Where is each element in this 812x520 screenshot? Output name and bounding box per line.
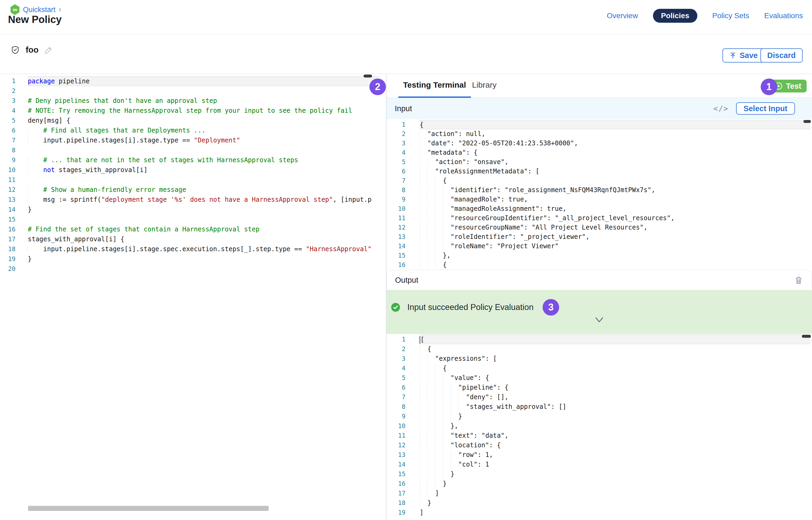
annotation-badge-2: 2 <box>370 79 386 95</box>
line-number: 8 <box>386 185 405 195</box>
nav-tab-policies[interactable]: Policies <box>653 9 697 23</box>
code-line: 11 "text": "data", <box>386 431 812 440</box>
policy-toolbar: foo Save Discard <box>0 34 812 74</box>
line-number: 4 <box>386 148 405 157</box>
line-number: 7 <box>386 392 405 402</box>
code-line: 1package pipeline <box>0 76 386 86</box>
line-number: 16 <box>0 225 16 234</box>
code-line: 19} <box>0 254 386 264</box>
code-line: 10 "managedRoleAssignment": true, <box>386 204 812 213</box>
line-number: 12 <box>386 440 405 450</box>
policy-code-editor[interactable]: 1package pipeline23# Deny pipelines that… <box>0 74 386 520</box>
code-view-icon[interactable]: </> <box>713 104 729 113</box>
line-number: 1 <box>0 76 16 86</box>
line-number: 9 <box>386 195 405 204</box>
line-number: 2 <box>386 129 405 139</box>
editor-scrollbar-thumb[interactable] <box>363 75 372 77</box>
evaluation-status-message: Input succeeded Policy Evaluation <box>407 303 533 312</box>
check-circle-icon <box>391 303 400 312</box>
line-number: 15 <box>386 251 405 260</box>
line-number: 4 <box>386 363 405 373</box>
app-root: ∞ Quickstart › New Policy Overview Polic… <box>0 0 812 520</box>
code-line: 9 } <box>386 412 812 421</box>
line-number: 9 <box>0 155 16 165</box>
code-line: 3# Deny pipelines that don't have an app… <box>0 96 386 106</box>
code-line: 9 "managedRole": true, <box>386 195 812 204</box>
line-number: 13 <box>386 232 405 241</box>
code-line: 11 "resourceGroupIdentifier": "_all_proj… <box>386 213 812 223</box>
line-number: 17 <box>386 489 405 498</box>
code-line: 6 "roleAssignmentMetadata": [ <box>386 167 812 176</box>
line-number: 11 <box>386 431 405 440</box>
code-line: 14 "col": 1 <box>386 460 812 469</box>
page-header: ∞ Quickstart › New Policy Overview Polic… <box>0 0 812 34</box>
evaluation-success-banner[interactable]: Input succeeded Policy Evaluation 3 <box>386 290 812 334</box>
input-json-editor[interactable]: 1{2 "action": null,3 "date": "2022-05-05… <box>386 119 812 270</box>
select-input-button[interactable]: Select Input <box>736 102 795 114</box>
line-number: 15 <box>0 214 16 225</box>
code-line: 7 "deny": [], <box>386 392 812 402</box>
save-button[interactable]: Save <box>722 48 765 62</box>
line-number: 7 <box>386 176 405 185</box>
code-line: 13 "row": 1, <box>386 450 812 460</box>
code-line: 2 "action": null, <box>386 129 812 139</box>
line-number: 6 <box>386 167 405 176</box>
code-line: 15 } <box>386 469 812 479</box>
nav-tab-evaluations[interactable]: Evaluations <box>764 11 803 20</box>
output-scrollbar-thumb[interactable] <box>802 335 811 338</box>
line-number: 19 <box>0 254 16 264</box>
horizontal-scrollbar[interactable] <box>28 506 269 511</box>
line-number: 10 <box>0 165 16 175</box>
chevron-right-icon: › <box>59 5 61 13</box>
annotation-badge-3: 3 <box>542 299 559 316</box>
line-number: 16 <box>386 260 405 269</box>
line-number: 19 <box>386 508 405 517</box>
code-line: 13 msg := sprintf("deployment stage '%s'… <box>0 195 386 205</box>
code-line: 6 "pipeline": { <box>386 383 812 392</box>
chevron-down-icon[interactable] <box>594 317 605 323</box>
line-number: 13 <box>386 450 405 460</box>
terminal-tabs: Testing Terminal Library Test <box>386 74 812 98</box>
module-nav: Overview Policies Policy Sets Evaluation… <box>607 7 803 24</box>
line-number: 12 <box>0 185 16 195</box>
breadcrumb-link-quickstart[interactable]: Quickstart <box>23 6 56 14</box>
line-number: 5 <box>386 373 405 383</box>
output-json-editor[interactable]: 1[2 {3 "expressions": [4 {5 "value": {6 … <box>386 334 812 520</box>
code-line: 14 "roleName": "Project Viewer" <box>386 241 812 251</box>
line-number: 14 <box>386 241 405 251</box>
code-line: 18 } <box>386 498 812 508</box>
line-number: 10 <box>386 421 405 431</box>
tab-library[interactable]: Library <box>472 80 497 89</box>
output-section-header: Output <box>386 270 812 290</box>
line-number: 3 <box>386 139 405 148</box>
line-number: 10 <box>386 204 405 213</box>
code-line: 20 <box>0 264 386 274</box>
tab-testing-terminal[interactable]: Testing Terminal <box>398 80 471 98</box>
code-line: 15 <box>0 214 386 225</box>
edit-pencil-icon[interactable] <box>44 46 53 54</box>
upload-arrow-icon <box>729 52 736 59</box>
nav-tab-overview[interactable]: Overview <box>607 11 638 20</box>
code-line: 5deny[msg] { <box>0 116 386 126</box>
code-line: 1[ <box>386 335 812 344</box>
code-line: 3 "date": "2022-05-05T20:41:23.538+0000"… <box>386 139 812 148</box>
line-number: 7 <box>0 135 16 146</box>
trash-icon[interactable] <box>794 276 803 285</box>
code-line: 19] <box>386 508 812 517</box>
nav-tab-policy-sets[interactable]: Policy Sets <box>712 11 750 20</box>
code-line: 12 "resourceGroupName": "All Project Lev… <box>386 223 812 232</box>
code-line: 4 "metadata": { <box>386 148 812 157</box>
input-scrollbar-thumb[interactable] <box>804 120 811 123</box>
line-number: 17 <box>0 234 16 244</box>
discard-button[interactable]: Discard <box>760 48 803 62</box>
code-line: 5 "value": { <box>386 373 812 383</box>
annotation-badge-1: 1 <box>761 79 777 95</box>
code-line: 13 "roleIdentifier": "_project_viewer", <box>386 232 812 241</box>
code-line: 10 }, <box>386 421 812 431</box>
code-line: 12 "location": { <box>386 440 812 450</box>
code-line: 7 { <box>386 176 812 185</box>
line-number: 2 <box>386 344 405 354</box>
policy-name-label: foo <box>26 45 39 55</box>
code-line: 10 not stages_with_approval[i] <box>0 165 386 175</box>
code-line: 7 input.pipeline.stages[i].stage.type ==… <box>0 135 386 146</box>
